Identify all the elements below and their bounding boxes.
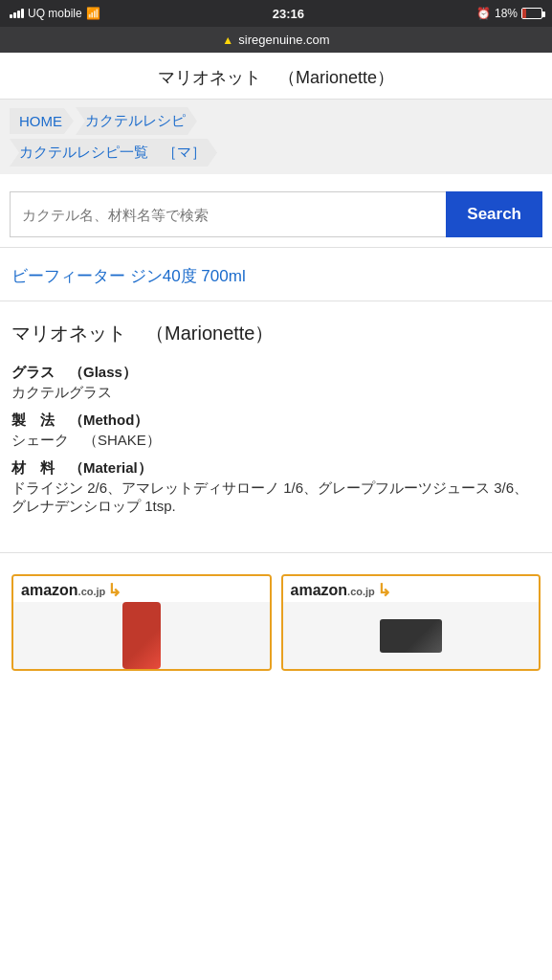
alarm-icon: ⏰ [476,7,491,20]
status-left: UQ mobile 📶 [10,7,100,20]
search-button[interactable]: Search [446,191,542,237]
ad-link[interactable]: ビーフィーター ジン40度 700ml [11,267,246,285]
recipe-method-value: シェーク （SHAKE） [11,432,541,450]
amazon-product-img-2 [380,619,442,653]
recipe-title: マリオネット （Marionette） [11,321,541,346]
amazon-text-1: amazon [21,582,78,598]
amazon-img-area-2 [283,602,540,669]
amazon-banner-1[interactable]: amazon.co.jp ↳ [11,574,272,671]
warning-icon: ▲ [222,33,233,47]
site-title: マリオネット （Marionette） [0,53,552,100]
url-label: siregenuine.com [238,33,329,47]
signal-bars [10,9,24,18]
breadcrumb-row2: カクテルレシピ一覧 ［マ］ [10,139,542,167]
recipe-method-section: 製 法 （Method） シェーク （SHAKE） [11,412,541,450]
amazon-banner-2[interactable]: amazon.co.jp ↳ [281,574,541,671]
status-bar: UQ mobile 📶 23:16 ⏰ 18% [0,0,552,27]
wifi-icon: 📶 [86,7,100,20]
amazon-img-area-1 [13,602,270,669]
breadcrumb-item-home[interactable]: HOME [10,108,76,134]
amazon-header-2: amazon.co.jp ↳ [283,576,540,602]
recipe-material-label: 材 料 （Material） [11,459,541,478]
recipe-content: マリオネット （Marionette） グラス （Glass） カクテルグラス … [0,301,552,535]
amazon-product-img-1 [122,602,161,669]
amazon-text-2: amazon [291,582,348,598]
carrier-label: UQ mobile [28,7,82,20]
recipe-glass-section: グラス （Glass） カクテルグラス [11,364,541,402]
recipe-glass-value: カクテルグラス [11,384,541,402]
amazon-cojp-2: .co.jp [347,586,375,597]
address-bar: ▲ siregenuine.com [0,27,552,53]
recipe-material-value: ドライジン 2/6、アマレットディサローノ 1/6、グレープフルーツジュース 3… [11,479,541,516]
search-bar: Search [0,174,552,248]
ad-link-area: ビーフィーター ジン40度 700ml [0,248,552,301]
status-right: ⏰ 18% [476,7,542,20]
breadcrumb-link-cocktail[interactable]: カクテルレシピ [76,107,197,135]
amazon-cojp-1: .co.jp [78,586,106,597]
breadcrumb-link-list[interactable]: カクテルレシピ一覧 ［マ］ [10,139,217,167]
section-divider [0,552,552,553]
breadcrumb-item-list[interactable]: カクテルレシピ一覧 ［マ］ [10,139,542,167]
clock: 23:16 [273,7,304,21]
recipe-glass-label: グラス （Glass） [11,364,541,382]
amazon-arrow-1: ↳ [107,581,121,600]
recipe-method-label: 製 法 （Method） [11,412,541,430]
amazon-header-1: amazon.co.jp ↳ [13,576,270,602]
search-input[interactable] [10,191,446,237]
amazon-logo-2: amazon.co.jp [291,582,375,599]
breadcrumb-item-cocktail[interactable]: カクテルレシピ [76,107,199,135]
breadcrumb: HOME カクテルレシピ カクテルレシピ一覧 ［マ］ [0,100,552,174]
breadcrumb-link-home[interactable]: HOME [10,108,74,134]
amazon-arrow-2: ↳ [377,581,391,600]
amazon-row: amazon.co.jp ↳ amazon.co.jp ↳ [0,567,552,671]
amazon-logo-1: amazon.co.jp [21,582,105,599]
battery-label: 18% [495,7,518,20]
battery-icon [521,8,542,19]
recipe-material-section: 材 料 （Material） ドライジン 2/6、アマレットディサローノ 1/6… [11,459,541,516]
